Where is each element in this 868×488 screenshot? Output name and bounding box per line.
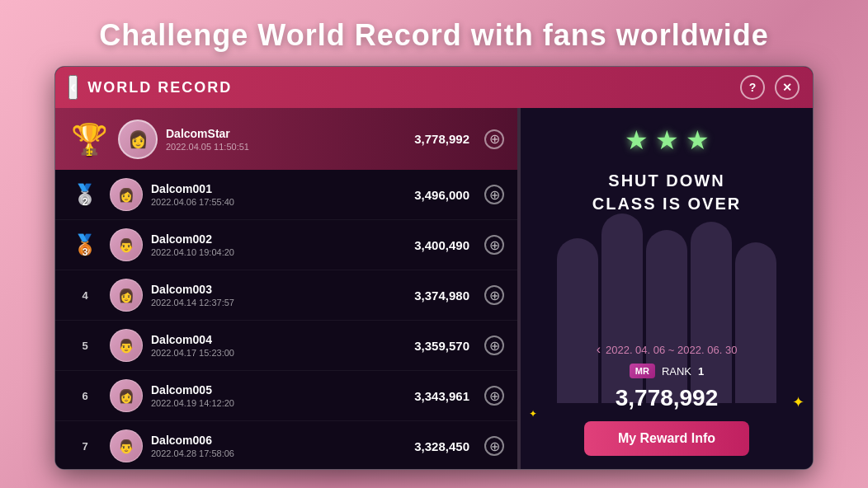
modal-header: ‹ WORLD RECORD ? ✕	[55, 67, 813, 108]
rank-rows-container: 🥈 2 👩 Dalcom001 2022.04.06 17:55:40 3,49…	[55, 170, 517, 469]
stars-row: ★ ★ ★	[625, 124, 710, 156]
player-score: 3,328,450	[414, 439, 469, 453]
player-info: Dalcom001 2022.04.06 17:55:40	[151, 182, 406, 207]
player-avatar: 👩	[110, 279, 143, 312]
star-1: ★	[625, 124, 649, 156]
rank-number: 4	[82, 289, 87, 302]
rank-value: 1	[698, 365, 704, 378]
player-score: 3,343,961	[414, 389, 469, 403]
rank1-plus-button[interactable]: ⊕	[484, 129, 504, 149]
table-row: 🥈 2 👩 Dalcom001 2022.04.06 17:55:40 3,49…	[55, 170, 517, 220]
rank-number: 7	[82, 440, 87, 453]
rank-label: RANK	[662, 365, 691, 378]
song-line1: SHUT DOWN	[592, 169, 741, 192]
player-score: 3,400,490	[414, 238, 469, 252]
player-date: 2022.04.17 15:23:00	[151, 348, 406, 358]
player-avatar: 👩	[110, 178, 143, 211]
player-info: Dalcom005 2022.04.19 14:12:20	[151, 383, 406, 408]
star-3: ★	[686, 124, 710, 156]
leaderboard-panel[interactable]: 🏆 1 👩 DalcomStar 2022.04.05 11:50:51 3,7…	[55, 108, 517, 469]
player-username: Dalcom002	[151, 232, 406, 246]
reward-button[interactable]: My Reward Info	[584, 421, 749, 456]
player-username: Dalcom005	[151, 383, 406, 396]
person-1	[557, 238, 598, 403]
date-arrow-icon: ‹	[597, 342, 601, 357]
date-range-text: 2022. 04. 06 ~ 2022. 06. 30	[606, 344, 737, 356]
player-date: 2022.04.28 17:58:06	[151, 448, 406, 458]
rank1-number: 1	[86, 145, 92, 158]
rank1-score: 3,778,992	[414, 132, 469, 146]
score-display: 3,778,992	[616, 385, 719, 411]
table-row: 7 👨 Dalcom006 2022.04.28 17:58:06 3,328,…	[55, 421, 517, 469]
table-row: 6 👩 Dalcom005 2022.04.19 14:12:20 3,343,…	[55, 371, 517, 421]
rank-number: 5	[82, 340, 87, 352]
player-avatar: 👨	[110, 228, 143, 261]
page-main-title: Challenge World Record with fans worldwi…	[99, 18, 768, 53]
sparkle-right: ✦	[792, 393, 804, 411]
sparkle-left: ✦	[529, 408, 537, 420]
rank-badge: 🥉 3	[68, 228, 101, 261]
star-2: ★	[655, 124, 679, 156]
help-button[interactable]: ?	[740, 75, 765, 100]
plus-button[interactable]: ⊕	[484, 285, 504, 305]
rank1-badge: 🏆 1	[68, 119, 110, 160]
player-username: Dalcom006	[151, 434, 406, 447]
player-info: Dalcom004 2022.04.17 15:23:00	[151, 333, 406, 358]
date-range: ‹ 2022. 04. 06 ~ 2022. 06. 30	[597, 342, 738, 357]
header-right: ? ✕	[740, 75, 800, 100]
player-username: Dalcom001	[151, 182, 406, 195]
rank1-info: DalcomStar 2022.04.05 11:50:51	[166, 127, 406, 152]
rank1-username: DalcomStar	[166, 127, 406, 140]
player-username: Dalcom004	[151, 333, 406, 346]
player-date: 2022.04.10 19:04:20	[151, 247, 406, 257]
rank-badge: 6	[68, 379, 101, 412]
plus-button[interactable]: ⊕	[484, 336, 504, 355]
table-row: 4 👩 Dalcom003 2022.04.14 12:37:57 3,374,…	[55, 270, 517, 321]
rank-number: 3	[83, 246, 88, 258]
rank-info-row: MR RANK 1	[630, 364, 704, 378]
plus-button[interactable]: ⊕	[484, 235, 504, 255]
rank1-date: 2022.04.05 11:50:51	[166, 142, 406, 152]
rank-badge: 7	[68, 429, 101, 462]
close-button[interactable]: ✕	[775, 75, 800, 100]
player-info: Dalcom006 2022.04.28 17:58:06	[151, 434, 406, 458]
header-left: ‹ WORLD RECORD	[68, 75, 232, 100]
player-date: 2022.04.14 12:37:57	[151, 298, 406, 307]
rank1-avatar: 👩	[118, 120, 158, 159]
song-title: SHUT DOWN CLASS IS OVER	[592, 169, 741, 215]
plus-button[interactable]: ⊕	[484, 386, 504, 406]
rank-badge: 5	[68, 329, 101, 362]
player-score: 3,359,570	[414, 339, 469, 353]
player-info: Dalcom002 2022.04.10 19:04:20	[151, 232, 406, 257]
player-avatar: 👨	[110, 329, 143, 362]
player-avatar: 👩	[110, 379, 143, 412]
player-score: 3,496,000	[414, 188, 469, 202]
player-info: Dalcom003 2022.04.14 12:37:57	[151, 283, 406, 307]
rank-number: 2	[83, 196, 88, 208]
table-row: 🥉 3 👨 Dalcom002 2022.04.10 19:04:20 3,40…	[55, 220, 517, 270]
person-5	[735, 242, 776, 403]
plus-button[interactable]: ⊕	[484, 436, 504, 456]
modal-body: 🏆 1 👩 DalcomStar 2022.04.05 11:50:51 3,7…	[55, 108, 813, 469]
modal-title: WORLD RECORD	[87, 79, 232, 96]
rank-badge: 4	[68, 279, 101, 312]
rank-badge: 🥈 2	[68, 178, 101, 211]
right-panel: ★ ★ ★ SHUT DOWN CLASS IS OVER ‹ 2022. 04…	[521, 108, 813, 469]
mr-badge: MR	[630, 364, 655, 378]
player-date: 2022.04.06 17:55:40	[151, 197, 406, 207]
player-score: 3,374,980	[414, 289, 469, 303]
player-username: Dalcom003	[151, 283, 406, 296]
back-button[interactable]: ‹	[68, 75, 78, 100]
player-date: 2022.04.19 14:12:20	[151, 398, 406, 408]
rank1-row: 🏆 1 👩 DalcomStar 2022.04.05 11:50:51 3,7…	[55, 108, 517, 170]
world-record-modal: ‹ WORLD RECORD ? ✕ 🏆 1 👩 DalcomStar 2022…	[54, 66, 814, 470]
rank-number: 6	[82, 390, 87, 402]
player-avatar: 👨	[110, 429, 143, 462]
song-line2: CLASS IS OVER	[592, 192, 741, 215]
table-row: 5 👨 Dalcom004 2022.04.17 15:23:00 3,359,…	[55, 321, 517, 371]
plus-button[interactable]: ⊕	[484, 185, 504, 204]
